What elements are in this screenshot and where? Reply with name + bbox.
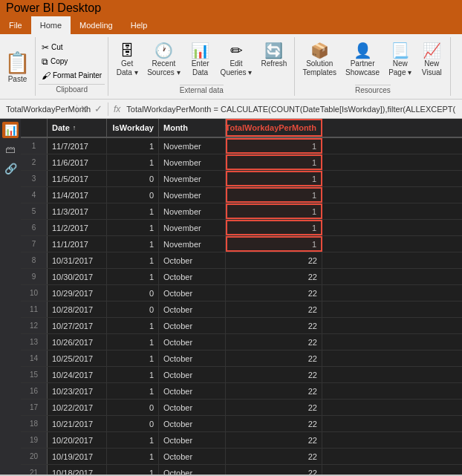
table-row[interactable]: 2 11/6/2017 1 November 1 (21, 154, 462, 171)
data-table[interactable]: 1 11/7/2017 1 November 1 2 11/6/2017 1 N… (21, 138, 462, 475)
table-row[interactable]: 14 10/25/2017 1 October 22 (21, 351, 462, 367)
cell-isworkday[interactable]: 1 (107, 334, 159, 350)
cell-month[interactable]: October (159, 416, 226, 431)
table-row[interactable]: 9 10/30/2017 1 October 22 (21, 269, 462, 285)
cell-total[interactable]: 1 (226, 154, 322, 170)
table-row[interactable]: 1 11/7/2017 1 November 1 (21, 138, 462, 154)
cell-month[interactable]: October (159, 301, 226, 317)
paste-button[interactable]: 📋 Paste (0, 37, 36, 96)
cell-total[interactable]: 22 (226, 449, 322, 464)
cell-total[interactable]: 22 (226, 351, 322, 366)
cell-isworkday[interactable]: 1 (107, 220, 159, 235)
cell-month[interactable]: October (159, 351, 226, 366)
cell-date[interactable]: 10/23/2017 (48, 383, 107, 399)
cell-month[interactable]: October (159, 318, 226, 333)
cell-month[interactable]: October (159, 432, 226, 448)
cell-isworkday[interactable]: 0 (107, 187, 159, 203)
cell-date[interactable]: 10/19/2017 (48, 449, 107, 464)
col-header-isworkday[interactable]: IsWorkday (107, 119, 159, 137)
cell-isworkday[interactable]: 1 (107, 154, 159, 170)
cell-date[interactable]: 10/20/2017 (48, 432, 107, 448)
cell-isworkday[interactable]: 1 (107, 449, 159, 464)
cell-date[interactable]: 11/1/2017 (48, 236, 107, 252)
cell-month[interactable]: November (159, 154, 226, 170)
cell-isworkday[interactable]: 1 (107, 236, 159, 252)
cell-total[interactable]: 22 (226, 432, 322, 448)
cell-date[interactable]: 10/22/2017 (48, 400, 107, 415)
cell-date[interactable]: 11/4/2017 (48, 187, 107, 203)
cell-isworkday[interactable]: 1 (107, 318, 159, 333)
cell-date[interactable]: 10/30/2017 (48, 269, 107, 284)
cell-month[interactable]: November (159, 171, 226, 186)
col-header-month[interactable]: Month (159, 119, 226, 137)
cell-isworkday[interactable]: 1 (107, 138, 159, 154)
cell-date[interactable]: 11/6/2017 (48, 154, 107, 170)
refresh-button[interactable]: 🔄 Refresh (258, 42, 290, 70)
cell-total[interactable]: 1 (226, 220, 322, 235)
tab-home[interactable]: Home (31, 16, 71, 34)
table-row[interactable]: 16 10/23/2017 1 October 22 (21, 383, 462, 400)
table-row[interactable]: 4 11/4/2017 0 November 1 (21, 187, 462, 203)
new-page-button[interactable]: 📃 NewPage ▾ (385, 42, 414, 79)
formula-name-box[interactable]: TotalWorkdayPerMonth (3, 105, 77, 114)
cell-month[interactable]: November (159, 138, 226, 154)
cell-month[interactable]: October (159, 269, 226, 284)
table-row[interactable]: 6 11/2/2017 1 November 1 (21, 220, 462, 236)
cell-date[interactable]: 10/29/2017 (48, 285, 107, 301)
cell-month[interactable]: November (159, 187, 226, 203)
cell-month[interactable]: October (159, 383, 226, 399)
cell-month[interactable]: October (159, 334, 226, 350)
cell-month[interactable]: October (159, 465, 226, 475)
format-painter-button[interactable]: 🖌 Format Painter (39, 70, 105, 82)
cell-isworkday[interactable]: 1 (107, 269, 159, 284)
cell-month[interactable]: November (159, 236, 226, 252)
cell-isworkday[interactable]: 0 (107, 285, 159, 301)
cut-button[interactable]: ✂ Cut (39, 42, 105, 53)
new-visual-button[interactable]: 📈 NewVisual (417, 42, 446, 79)
table-row[interactable]: 21 10/18/2017 1 October 22 (21, 465, 462, 475)
sidebar-data-icon[interactable]: 🗃 (2, 141, 19, 157)
partner-showcase-button[interactable]: 👤 PartnerShowcase (342, 42, 383, 79)
cell-total[interactable]: 1 (226, 171, 322, 186)
cell-isworkday[interactable]: 1 (107, 351, 159, 366)
solution-templates-button[interactable]: 📦 SolutionTemplates (299, 42, 339, 79)
cell-month[interactable]: October (159, 449, 226, 464)
col-header-date[interactable]: Date ↑ (48, 119, 107, 137)
cell-month[interactable]: October (159, 367, 226, 382)
cell-isworkday[interactable]: 1 (107, 432, 159, 448)
cell-total[interactable]: 22 (226, 465, 322, 475)
cell-date[interactable]: 10/31/2017 (48, 252, 107, 268)
cell-total[interactable]: 22 (226, 252, 322, 268)
cell-month[interactable]: November (159, 220, 226, 235)
cell-isworkday[interactable]: 1 (107, 203, 159, 219)
cell-total[interactable]: 22 (226, 269, 322, 284)
formula-cancel-icon[interactable]: ✕ (77, 103, 91, 114)
cell-total[interactable]: 1 (226, 203, 322, 219)
cell-total[interactable]: 1 (226, 187, 322, 203)
cell-total[interactable]: 1 (226, 236, 322, 252)
cell-total[interactable]: 22 (226, 301, 322, 317)
cell-total[interactable]: 22 (226, 400, 322, 415)
cell-isworkday[interactable]: 0 (107, 400, 159, 415)
cell-date[interactable]: 11/5/2017 (48, 171, 107, 186)
table-row[interactable]: 7 11/1/2017 1 November 1 (21, 236, 462, 252)
table-row[interactable]: 17 10/22/2017 0 October 22 (21, 400, 462, 416)
cell-total[interactable]: 22 (226, 285, 322, 301)
cell-total[interactable]: 1 (226, 138, 322, 154)
cell-date[interactable]: 11/2/2017 (48, 220, 107, 235)
cell-isworkday[interactable]: 1 (107, 383, 159, 399)
cell-total[interactable]: 22 (226, 416, 322, 431)
cell-month[interactable]: October (159, 285, 226, 301)
table-row[interactable]: 5 11/3/2017 1 November 1 (21, 203, 462, 220)
table-row[interactable]: 11 10/28/2017 0 October 22 (21, 301, 462, 318)
sidebar-model-icon[interactable]: 🔗 (2, 160, 19, 177)
cell-date[interactable]: 10/27/2017 (48, 318, 107, 333)
sidebar-report-icon[interactable]: 📊 (2, 122, 19, 138)
formula-confirm-icon[interactable]: ✓ (91, 103, 105, 114)
cell-isworkday[interactable]: 1 (107, 252, 159, 268)
cell-date[interactable]: 10/21/2017 (48, 416, 107, 431)
table-row[interactable]: 10 10/29/2017 0 October 22 (21, 285, 462, 301)
table-row[interactable]: 12 10/27/2017 1 October 22 (21, 318, 462, 334)
tab-file[interactable]: File (0, 16, 31, 34)
enter-data-button[interactable]: 📊 EnterData (186, 42, 215, 79)
